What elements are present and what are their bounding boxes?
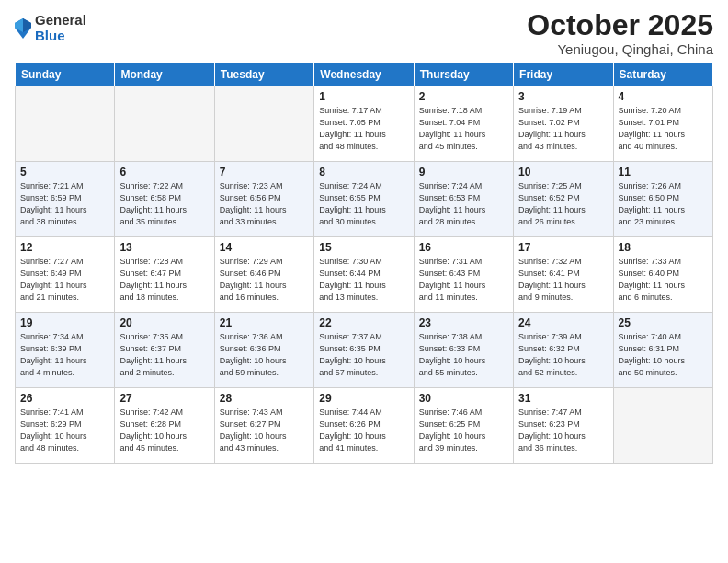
header: General Blue October 2025 Yeniugou, Qing… (15, 9, 713, 57)
day-number: 17 (518, 241, 608, 254)
week-row-1: 1Sunrise: 7:17 AM Sunset: 7:05 PM Daylig… (16, 86, 713, 162)
day-info: Sunrise: 7:24 AM Sunset: 6:55 PM Dayligh… (319, 180, 408, 228)
calendar-cell: 16Sunrise: 7:31 AM Sunset: 6:43 PM Dayli… (414, 237, 513, 313)
calendar-cell: 19Sunrise: 7:34 AM Sunset: 6:39 PM Dayli… (16, 313, 115, 388)
calendar-cell: 31Sunrise: 7:47 AM Sunset: 6:23 PM Dayli… (514, 388, 613, 464)
week-row-4: 19Sunrise: 7:34 AM Sunset: 6:39 PM Dayli… (16, 313, 713, 388)
calendar-cell: 14Sunrise: 7:29 AM Sunset: 6:46 PM Dayli… (214, 237, 313, 313)
day-info: Sunrise: 7:29 AM Sunset: 6:46 PM Dayligh… (220, 256, 309, 304)
weekday-sunday: Sunday (16, 63, 115, 86)
day-info: Sunrise: 7:44 AM Sunset: 6:26 PM Dayligh… (319, 407, 408, 454)
day-number: 13 (119, 241, 209, 254)
calendar-cell: 29Sunrise: 7:44 AM Sunset: 6:26 PM Dayli… (314, 388, 414, 464)
day-info: Sunrise: 7:25 AM Sunset: 6:52 PM Dayligh… (518, 180, 608, 228)
calendar-cell: 24Sunrise: 7:39 AM Sunset: 6:32 PM Dayli… (514, 313, 613, 388)
day-info: Sunrise: 7:34 AM Sunset: 6:39 PM Dayligh… (20, 331, 109, 379)
calendar-cell (16, 86, 115, 162)
day-info: Sunrise: 7:26 AM Sunset: 6:50 PM Dayligh… (619, 180, 708, 228)
weekday-tuesday: Tuesday (214, 63, 313, 86)
day-info: Sunrise: 7:23 AM Sunset: 6:56 PM Dayligh… (220, 180, 309, 228)
weekday-thursday: Thursday (414, 63, 513, 86)
day-number: 9 (419, 166, 508, 178)
day-info: Sunrise: 7:37 AM Sunset: 6:35 PM Dayligh… (319, 331, 408, 379)
weekday-header-row: SundayMondayTuesdayWednesdayThursdayFrid… (16, 63, 713, 86)
day-number: 12 (20, 241, 109, 254)
day-number: 10 (518, 166, 608, 178)
weekday-friday: Friday (514, 63, 613, 86)
day-info: Sunrise: 7:22 AM Sunset: 6:58 PM Dayligh… (119, 180, 209, 228)
title-month: October 2025 (527, 9, 713, 41)
day-number: 30 (419, 392, 508, 405)
day-info: Sunrise: 7:40 AM Sunset: 6:31 PM Dayligh… (619, 331, 708, 379)
day-number: 8 (319, 166, 408, 178)
calendar-cell: 4Sunrise: 7:20 AM Sunset: 7:01 PM Daylig… (613, 86, 712, 162)
day-number: 14 (220, 241, 309, 254)
calendar-cell: 8Sunrise: 7:24 AM Sunset: 6:55 PM Daylig… (314, 162, 414, 237)
calendar-cell: 2Sunrise: 7:18 AM Sunset: 7:04 PM Daylig… (414, 86, 513, 162)
day-info: Sunrise: 7:30 AM Sunset: 6:44 PM Dayligh… (319, 256, 408, 304)
weekday-saturday: Saturday (613, 63, 712, 86)
day-info: Sunrise: 7:39 AM Sunset: 6:32 PM Dayligh… (518, 331, 608, 379)
calendar-cell: 18Sunrise: 7:33 AM Sunset: 6:40 PM Dayli… (613, 237, 712, 313)
day-number: 25 (619, 316, 708, 329)
day-info: Sunrise: 7:33 AM Sunset: 6:40 PM Dayligh… (619, 256, 708, 304)
day-info: Sunrise: 7:38 AM Sunset: 6:33 PM Dayligh… (419, 331, 508, 379)
day-number: 6 (119, 166, 209, 178)
day-number: 2 (419, 90, 508, 103)
day-number: 28 (220, 392, 309, 405)
day-info: Sunrise: 7:35 AM Sunset: 6:37 PM Dayligh… (119, 331, 209, 379)
calendar-cell: 1Sunrise: 7:17 AM Sunset: 7:05 PM Daylig… (314, 86, 414, 162)
calendar-cell: 9Sunrise: 7:24 AM Sunset: 6:53 PM Daylig… (414, 162, 513, 237)
calendar-cell: 26Sunrise: 7:41 AM Sunset: 6:29 PM Dayli… (16, 388, 115, 464)
day-number: 18 (619, 241, 708, 254)
logo-blue: Blue (35, 29, 86, 44)
day-info: Sunrise: 7:27 AM Sunset: 6:49 PM Dayligh… (20, 256, 109, 304)
day-number: 21 (220, 316, 309, 329)
day-number: 16 (419, 241, 508, 254)
title-block: October 2025 Yeniugou, Qinghai, China (527, 9, 713, 57)
calendar-cell: 30Sunrise: 7:46 AM Sunset: 6:25 PM Dayli… (414, 388, 513, 464)
calendar-cell: 15Sunrise: 7:30 AM Sunset: 6:44 PM Dayli… (314, 237, 414, 313)
day-number: 15 (319, 241, 408, 254)
day-number: 22 (319, 316, 408, 329)
calendar-cell: 7Sunrise: 7:23 AM Sunset: 6:56 PM Daylig… (214, 162, 313, 237)
day-info: Sunrise: 7:21 AM Sunset: 6:59 PM Dayligh… (20, 180, 109, 228)
day-number: 3 (518, 90, 608, 103)
day-info: Sunrise: 7:36 AM Sunset: 6:36 PM Dayligh… (220, 331, 309, 379)
calendar-cell: 22Sunrise: 7:37 AM Sunset: 6:35 PM Dayli… (314, 313, 414, 388)
weekday-wednesday: Wednesday (314, 63, 414, 86)
calendar-cell: 17Sunrise: 7:32 AM Sunset: 6:41 PM Dayli… (514, 237, 613, 313)
calendar-cell: 3Sunrise: 7:19 AM Sunset: 7:02 PM Daylig… (514, 86, 613, 162)
calendar-cell (613, 388, 712, 464)
day-info: Sunrise: 7:17 AM Sunset: 7:05 PM Dayligh… (319, 105, 408, 153)
day-info: Sunrise: 7:32 AM Sunset: 6:41 PM Dayligh… (518, 256, 608, 304)
week-row-5: 26Sunrise: 7:41 AM Sunset: 6:29 PM Dayli… (16, 388, 713, 464)
logo-general: General (35, 13, 86, 29)
day-number: 26 (20, 392, 109, 405)
day-info: Sunrise: 7:42 AM Sunset: 6:28 PM Dayligh… (119, 407, 209, 454)
day-info: Sunrise: 7:46 AM Sunset: 6:25 PM Dayligh… (419, 407, 508, 454)
day-number: 23 (419, 316, 508, 329)
logo: General Blue (15, 13, 86, 43)
calendar-cell: 27Sunrise: 7:42 AM Sunset: 6:28 PM Dayli… (115, 388, 214, 464)
day-number: 1 (319, 90, 408, 103)
day-info: Sunrise: 7:19 AM Sunset: 7:02 PM Dayligh… (518, 105, 608, 153)
day-info: Sunrise: 7:47 AM Sunset: 6:23 PM Dayligh… (518, 407, 608, 454)
day-info: Sunrise: 7:43 AM Sunset: 6:27 PM Dayligh… (220, 407, 309, 454)
calendar-cell: 13Sunrise: 7:28 AM Sunset: 6:47 PM Dayli… (115, 237, 214, 313)
day-info: Sunrise: 7:24 AM Sunset: 6:53 PM Dayligh… (419, 180, 508, 228)
calendar-cell (115, 86, 214, 162)
day-info: Sunrise: 7:41 AM Sunset: 6:29 PM Dayligh… (20, 407, 109, 454)
day-number: 20 (119, 316, 209, 329)
day-number: 5 (20, 166, 109, 178)
day-number: 4 (619, 90, 708, 103)
calendar-cell (214, 86, 313, 162)
day-info: Sunrise: 7:20 AM Sunset: 7:01 PM Dayligh… (619, 105, 708, 153)
day-number: 31 (518, 392, 608, 405)
day-number: 11 (619, 166, 708, 178)
calendar-cell: 28Sunrise: 7:43 AM Sunset: 6:27 PM Dayli… (214, 388, 313, 464)
calendar-page: General Blue October 2025 Yeniugou, Qing… (0, 0, 728, 563)
day-number: 19 (20, 316, 109, 329)
calendar-cell: 10Sunrise: 7:25 AM Sunset: 6:52 PM Dayli… (514, 162, 613, 237)
title-location: Yeniugou, Qinghai, China (527, 41, 713, 57)
